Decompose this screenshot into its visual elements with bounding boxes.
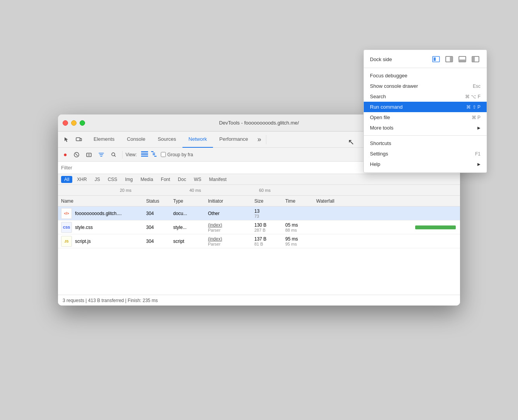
- svg-point-6: [112, 153, 115, 156]
- record-button[interactable]: ●: [61, 150, 70, 160]
- type-cell: docu...: [172, 211, 206, 216]
- type-btn-all[interactable]: All: [61, 176, 72, 183]
- type-btn-js[interactable]: JS: [92, 176, 103, 183]
- dock-bottom-icon[interactable]: [457, 55, 467, 63]
- filter-input[interactable]: [61, 165, 414, 171]
- menu-item-help[interactable]: Help ▶: [364, 159, 487, 169]
- svg-rect-10: [141, 154, 148, 155]
- dock-icons: [431, 55, 481, 63]
- type-btn-css[interactable]: CSS: [105, 176, 121, 183]
- svg-rect-14: [153, 154, 155, 155]
- status-text: 3 requests | 413 B transferred | Finish:…: [63, 298, 158, 303]
- dock-side-section: Dock side: [364, 53, 487, 65]
- tick-20ms: 20 ms: [120, 188, 131, 193]
- type-btn-xhr[interactable]: XHR: [74, 176, 90, 183]
- tab-more-button[interactable]: »: [254, 135, 264, 143]
- device-toolbar-icon[interactable]: [73, 135, 84, 144]
- type-cell: style...: [172, 225, 206, 230]
- initiator-cell: Other: [206, 211, 253, 216]
- svg-rect-8: [141, 151, 148, 152]
- type-btn-media[interactable]: Media: [137, 176, 156, 183]
- waterfall-bar: [415, 225, 455, 229]
- name-cell: CSS style.css: [60, 222, 145, 233]
- group-by-frame-checkbox[interactable]: Group by fra: [161, 152, 193, 157]
- table-row[interactable]: </> fooooooooods.glitch.... 304 docu... …: [58, 207, 460, 220]
- menu-item-settings[interactable]: Settings F1: [364, 149, 487, 159]
- svg-rect-1: [80, 138, 82, 141]
- name-cell: JS script.js: [60, 236, 145, 247]
- name-cell: </> fooooooooods.glitch....: [60, 208, 145, 219]
- menu-item-show-console-drawer[interactable]: Show console drawer Esc: [364, 81, 487, 91]
- timeline-header: 20 ms 40 ms 60 ms: [58, 185, 460, 196]
- type-btn-doc[interactable]: Doc: [175, 176, 189, 183]
- type-btn-manifest[interactable]: Manifest: [206, 176, 230, 183]
- waterfall-cell: [315, 208, 458, 219]
- svg-rect-21: [459, 60, 466, 62]
- type-btn-ws[interactable]: WS: [191, 176, 204, 183]
- empty-area: [58, 248, 460, 295]
- toolbar-divider: [122, 151, 123, 159]
- svg-rect-11: [141, 156, 148, 157]
- col-size: Size: [253, 198, 284, 204]
- menu-divider-2: [364, 135, 487, 136]
- filter-button[interactable]: [96, 150, 107, 159]
- network-table: </> fooooooooods.glitch.... 304 docu... …: [58, 207, 460, 295]
- dock-left-icon[interactable]: [470, 55, 481, 63]
- type-filter-bar: All XHR JS CSS Img Media Font Doc WS Man…: [58, 174, 460, 185]
- menu-item-more-tools[interactable]: More tools ▶: [364, 123, 487, 133]
- svg-rect-12: [151, 151, 153, 152]
- svg-rect-9: [141, 153, 148, 154]
- table-row[interactable]: CSS style.css 304 style... (index) Parse…: [58, 220, 460, 234]
- col-time: Time: [284, 198, 315, 204]
- list-view-icon[interactable]: [140, 150, 149, 159]
- initiator-cell: (index) Parser: [206, 236, 253, 246]
- clear-button[interactable]: [71, 150, 82, 159]
- type-btn-img[interactable]: Img: [122, 176, 136, 183]
- menu-item-focus-debuggee[interactable]: Focus debuggee: [364, 70, 487, 81]
- tab-performance[interactable]: Performance: [213, 131, 254, 148]
- window-title: DevTools - fooooooooods.glitch.me/: [219, 120, 299, 126]
- tab-sources[interactable]: Sources: [152, 131, 182, 148]
- dock-undock-icon[interactable]: [431, 55, 441, 63]
- svg-rect-23: [472, 56, 475, 62]
- close-button[interactable]: [63, 120, 68, 126]
- tree-view-icon[interactable]: [150, 150, 159, 159]
- view-label: View:: [126, 152, 137, 157]
- dock-side-label: Dock side: [370, 56, 392, 62]
- tab-elements[interactable]: Elements: [87, 131, 121, 148]
- tab-network[interactable]: Network: [182, 131, 213, 148]
- search-button[interactable]: [108, 150, 119, 159]
- menu-item-search[interactable]: Search ⌘ ⌥ F: [364, 91, 487, 102]
- svg-point-5: [88, 154, 90, 155]
- svg-line-7: [114, 155, 116, 157]
- svg-rect-0: [76, 138, 80, 141]
- svg-rect-17: [434, 58, 436, 61]
- dock-right-icon[interactable]: [444, 55, 454, 63]
- file-icon-html: </>: [61, 208, 72, 219]
- table-header: Name Status Type Initiator Size Time Wat…: [58, 196, 460, 207]
- time-cell: 95 ms 95 ms: [284, 236, 315, 246]
- file-icon-css: CSS: [61, 222, 72, 233]
- minimize-button[interactable]: [71, 120, 77, 126]
- table-row[interactable]: JS script.js 304 script (index) Parser 1…: [58, 234, 460, 248]
- tab-console[interactable]: Console: [121, 131, 152, 148]
- menu-item-run-command[interactable]: Run command ⌘ ⇧ P: [364, 102, 487, 112]
- menu-item-open-file[interactable]: Open file ⌘ P: [364, 112, 487, 123]
- type-btn-font[interactable]: Font: [158, 176, 173, 183]
- capture-screenshot-button[interactable]: [83, 150, 94, 159]
- status-cell: 304: [145, 211, 172, 216]
- tab-separator: [266, 135, 266, 144]
- menu-item-shortcuts[interactable]: Shortcuts: [364, 138, 487, 149]
- fullscreen-button[interactable]: [80, 120, 85, 126]
- traffic-lights: [63, 120, 85, 126]
- context-menu: Dock side: [363, 50, 487, 173]
- view-icons: [140, 150, 159, 159]
- cursor-icon[interactable]: [61, 135, 72, 144]
- file-icon-js: JS: [61, 236, 72, 247]
- col-name: Name: [60, 198, 145, 204]
- svg-rect-15: [154, 156, 157, 157]
- size-cell: 130 B 287 B: [253, 222, 284, 232]
- statusbar: 3 requests | 413 B transferred | Finish:…: [58, 295, 460, 306]
- type-cell: script: [172, 239, 206, 244]
- svg-rect-19: [450, 56, 453, 62]
